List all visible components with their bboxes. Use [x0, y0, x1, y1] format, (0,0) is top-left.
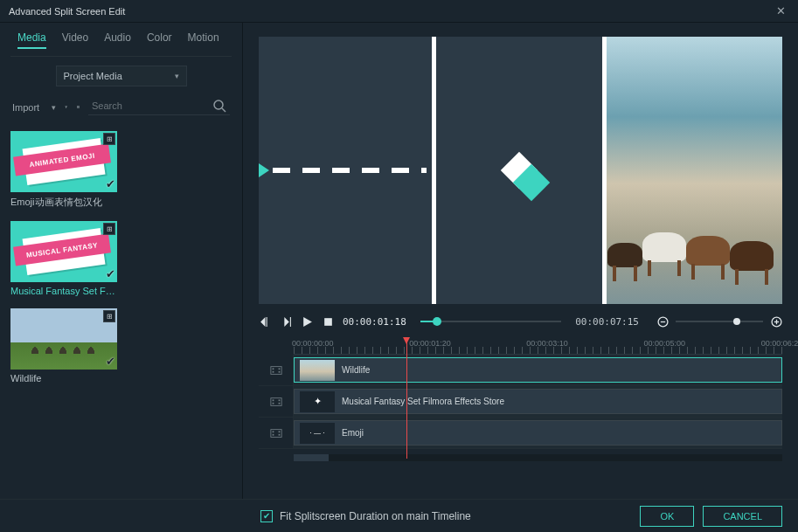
seek-bar[interactable] — [420, 321, 561, 322]
media-item[interactable]: ANIMATED EMOJI ⊞ ✔ Emoji动画表情包汉化 — [10, 131, 117, 209]
media-thumbnail[interactable]: MUSICAL FANTASY ⊞ ✔ — [10, 221, 117, 282]
clip-thumbnail: · — · — [300, 423, 335, 444]
svg-rect-29 — [272, 433, 274, 435]
media-panel: Media Video Audio Color Motion Project M… — [0, 23, 243, 499]
timeline-clip[interactable]: ✦ Musical Fantasy Set Filmora Effects St… — [294, 389, 782, 414]
svg-rect-31 — [278, 433, 280, 435]
media-item[interactable]: MUSICAL FANTASY ⊞ ✔ Musical Fantasy Set … — [10, 221, 117, 296]
import-label: Import — [12, 102, 39, 113]
media-thumbnail[interactable]: ⊞ ✔ — [10, 308, 117, 370]
project-media-dropdown[interactable]: Project Media ▾ — [56, 66, 187, 86]
media-item[interactable]: ⊞ ✔ Wildlife — [10, 308, 117, 383]
scrollbar-thumb[interactable] — [294, 454, 329, 461]
svg-rect-28 — [272, 431, 274, 432]
duration-time: 00:00:07:15 — [575, 316, 639, 328]
clip-label: Emoji — [342, 428, 364, 438]
dashed-line-icon — [273, 168, 427, 173]
zoom-out-button[interactable] — [656, 315, 669, 328]
svg-rect-23 — [272, 399, 274, 401]
clip-label: Wildlife — [342, 365, 370, 375]
media-item-label: Wildlife — [10, 370, 117, 383]
check-icon: ✔ — [106, 177, 115, 190]
svg-point-9 — [214, 100, 223, 109]
svg-rect-0 — [77, 106, 78, 107]
search-input[interactable] — [92, 100, 212, 111]
svg-rect-3 — [77, 107, 78, 107]
track-type-icon[interactable] — [259, 418, 294, 448]
logo-diamond-icon — [506, 157, 532, 183]
timeline: 00:00:00:00 00:00:01:20 00:00:03:10 00:0… — [243, 335, 798, 499]
seek-knob[interactable] — [433, 317, 441, 326]
project-media-label: Project Media — [64, 71, 122, 81]
stop-button[interactable] — [322, 315, 334, 328]
preview-pane-2[interactable] — [432, 37, 607, 304]
svg-rect-22 — [270, 397, 281, 405]
zoom-slider[interactable] — [676, 321, 763, 322]
track-type-icon[interactable] — [259, 386, 294, 417]
ruler-label: 00:00:06:20 — [761, 339, 798, 348]
tab-media[interactable]: Media — [17, 31, 46, 49]
svg-rect-4 — [78, 107, 79, 107]
clip-thumbnail — [300, 360, 335, 381]
media-item-label: Emoji动画表情包汉化 — [10, 192, 117, 209]
svg-rect-5 — [79, 107, 80, 107]
svg-rect-2 — [79, 106, 80, 107]
splitscreen-preview[interactable] — [259, 37, 782, 304]
check-icon: ✔ — [106, 355, 115, 368]
ok-button[interactable]: OK — [640, 506, 694, 527]
preview-pane-3[interactable] — [607, 37, 782, 304]
ruler-label: 00:00:00:00 — [292, 339, 334, 348]
chevron-down-icon: ▾ — [52, 103, 56, 112]
timeline-scrollbar[interactable] — [294, 454, 782, 461]
grid-view-icon[interactable] — [77, 100, 80, 114]
svg-rect-27 — [270, 429, 281, 437]
media-list: ANIMATED EMOJI ⊞ ✔ Emoji动画表情包汉化 MUSICAL … — [10, 124, 232, 383]
tab-color[interactable]: Color — [147, 31, 172, 49]
timeline-clip[interactable]: · — · Emoji — [294, 420, 782, 446]
search-icon[interactable] — [212, 99, 226, 113]
ruler-label: 00:00:03:10 — [526, 339, 568, 348]
prev-frame-button[interactable] — [259, 315, 271, 328]
svg-rect-19 — [272, 370, 274, 372]
clip-thumbnail: ✦ — [300, 391, 335, 412]
svg-rect-8 — [79, 107, 80, 108]
cancel-button[interactable]: CANCEL — [703, 506, 782, 527]
import-dropdown[interactable]: Import ▾ — [12, 102, 56, 113]
playhead[interactable] — [406, 339, 407, 459]
preview-area — [243, 23, 798, 307]
timeline-ruler[interactable]: 00:00:00:00 00:00:01:20 00:00:03:10 00:0… — [294, 339, 782, 355]
horse-graphic — [607, 243, 642, 267]
footer-bar: ✔ Fit Splitscreen Duration on main Timel… — [0, 499, 798, 532]
svg-rect-7 — [78, 107, 79, 108]
ruler-label: 00:00:01:20 — [409, 339, 451, 348]
zoom-knob[interactable] — [733, 318, 740, 325]
svg-rect-11 — [324, 318, 332, 326]
tab-video[interactable]: Video — [62, 31, 88, 49]
track-type-icon[interactable] — [259, 355, 294, 385]
current-time: 00:00:01:18 — [343, 316, 406, 328]
svg-rect-24 — [272, 402, 274, 404]
svg-rect-25 — [278, 399, 280, 401]
timeline-track: · — · Emoji — [259, 418, 782, 449]
playback-controls: 00:00:01:18 00:00:07:15 — [243, 307, 798, 335]
next-frame-button[interactable] — [280, 315, 292, 328]
media-thumbnail[interactable]: ANIMATED EMOJI ⊞ ✔ — [10, 131, 117, 192]
filter-icon[interactable] — [65, 100, 67, 114]
fit-duration-label: Fit Splitscreen Duration on main Timelin… — [280, 510, 471, 522]
close-icon[interactable]: ✕ — [773, 4, 789, 17]
ruler-label: 00:00:05:00 — [643, 339, 685, 348]
zoom-in-button[interactable] — [770, 315, 782, 328]
svg-rect-17 — [270, 366, 281, 374]
tab-audio[interactable]: Audio — [104, 31, 131, 49]
timeline-clip[interactable]: Wildlife — [294, 357, 782, 383]
timeline-track: ✦ Musical Fantasy Set Filmora Effects St… — [259, 386, 782, 418]
chevron-down-icon: ▾ — [175, 72, 179, 80]
fit-duration-checkbox[interactable]: ✔ — [260, 510, 273, 522]
search-field[interactable] — [88, 99, 230, 115]
horse-graphic — [642, 232, 686, 262]
play-button[interactable] — [301, 315, 313, 328]
svg-rect-30 — [278, 431, 280, 432]
preview-pane-1[interactable] — [259, 37, 432, 304]
tab-motion[interactable]: Motion — [188, 31, 219, 49]
svg-line-10 — [222, 108, 226, 112]
